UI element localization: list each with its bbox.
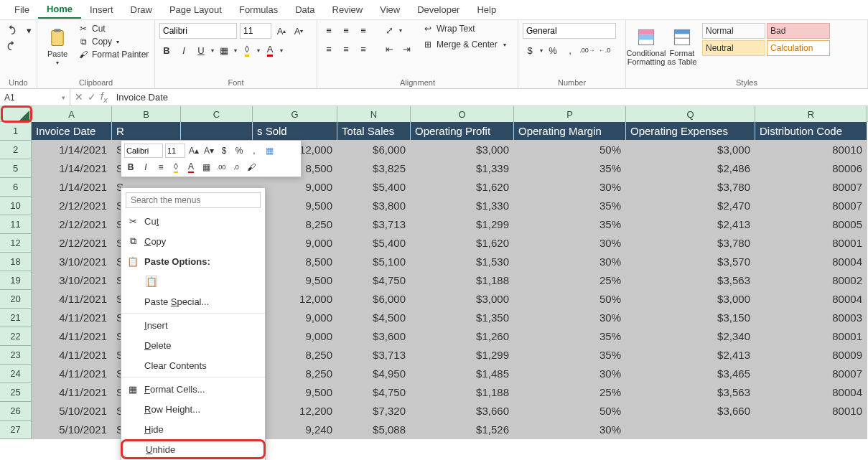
cell[interactable]: 30% xyxy=(514,253,626,271)
mini-increase-font-icon[interactable]: A▴ xyxy=(187,144,200,157)
header-cell[interactable] xyxy=(181,122,253,141)
cell[interactable]: $1,260 xyxy=(411,327,514,346)
row-header-24[interactable]: 24 xyxy=(0,365,32,383)
cell[interactable]: 80006 xyxy=(755,159,867,178)
header-cell[interactable]: Operating Profit xyxy=(411,122,514,141)
cell[interactable]: 2/12/2021 xyxy=(32,234,112,253)
cell[interactable]: $3,150 xyxy=(626,309,755,327)
cell[interactable]: 80007 xyxy=(755,178,867,197)
cell[interactable]: $3,825 xyxy=(337,159,411,178)
fx-icon[interactable]: fx xyxy=(101,90,108,104)
mini-border-icon[interactable]: ▦ xyxy=(200,161,213,174)
cell[interactable] xyxy=(755,421,867,439)
header-cell[interactable]: Operating Expenses xyxy=(626,122,755,141)
cell[interactable]: 3/10/2021 xyxy=(32,253,112,271)
col-header-G[interactable]: G xyxy=(253,106,337,122)
cell[interactable]: 80004 xyxy=(755,290,867,309)
row-header-19[interactable]: 19 xyxy=(0,271,32,290)
context-cut[interactable]: ✂Cut xyxy=(121,211,265,231)
cell[interactable]: $3,000 xyxy=(411,141,514,159)
style-calculation[interactable]: Calculation xyxy=(767,40,830,56)
select-all-corner[interactable] xyxy=(0,106,32,122)
comma-icon[interactable]: , xyxy=(563,43,577,57)
cell[interactable]: $4,750 xyxy=(337,383,411,402)
style-normal[interactable]: Normal xyxy=(702,23,765,39)
cell[interactable]: $3,000 xyxy=(411,290,514,309)
menu-insert[interactable]: Insert xyxy=(81,1,122,18)
mini-size-select[interactable] xyxy=(165,144,185,158)
wrap-text-button[interactable]: ↩Wrap Text xyxy=(422,23,506,34)
cell[interactable]: $1,530 xyxy=(411,253,514,271)
undo-dropdown[interactable]: ▾ xyxy=(22,23,36,37)
mini-fontcolor-icon[interactable]: A xyxy=(185,161,197,174)
decrease-font-icon[interactable]: A▾ xyxy=(291,24,306,38)
menu-home[interactable]: Home xyxy=(38,1,81,19)
cell[interactable]: $1,526 xyxy=(411,421,514,439)
row-header-21[interactable]: 21 xyxy=(0,309,32,327)
col-header-P[interactable]: P xyxy=(514,106,626,122)
cell[interactable]: 30% xyxy=(514,234,626,253)
cell[interactable]: $2,340 xyxy=(626,327,755,346)
row-header-10[interactable]: 10 xyxy=(0,197,32,215)
italic-button[interactable]: I xyxy=(177,43,191,57)
row-header-6[interactable]: 6 xyxy=(0,178,32,197)
mini-align-icon[interactable]: ≡ xyxy=(154,161,167,174)
align-center-icon[interactable]: ≡ xyxy=(339,42,353,56)
number-format-select[interactable] xyxy=(523,23,616,39)
cell[interactable]: $3,600 xyxy=(337,327,411,346)
cell[interactable]: 30% xyxy=(514,365,626,383)
mini-table-icon[interactable]: ▦ xyxy=(263,144,276,157)
header-cell[interactable]: s Sold xyxy=(253,122,337,141)
row-header-11[interactable]: 11 xyxy=(0,215,32,234)
format-painter-button[interactable]: 🖌Format Painter xyxy=(78,49,149,60)
col-header-N[interactable]: N xyxy=(337,106,411,122)
header-cell[interactable]: Total Sales xyxy=(337,122,411,141)
bold-button[interactable]: B xyxy=(159,43,174,57)
cell[interactable]: 30% xyxy=(514,309,626,327)
context-copy[interactable]: ⧉Copy xyxy=(121,231,265,251)
cell[interactable]: $3,660 xyxy=(411,402,514,421)
menu-draw[interactable]: Draw xyxy=(122,1,161,18)
menu-review[interactable]: Review xyxy=(324,1,372,18)
row-header-22[interactable]: 22 xyxy=(0,327,32,346)
cell[interactable]: 80002 xyxy=(755,271,867,290)
cell[interactable]: $1,299 xyxy=(411,215,514,234)
col-header-B[interactable]: B xyxy=(112,106,181,122)
cell[interactable]: 80010 xyxy=(755,402,867,421)
underline-button[interactable]: U xyxy=(194,43,208,57)
menu-file[interactable]: File xyxy=(6,1,38,18)
format-as-table-button[interactable]: Format as Table xyxy=(666,23,698,70)
orientation-icon[interactable]: ⤢ xyxy=(382,23,396,37)
cell[interactable]: $1,188 xyxy=(411,383,514,402)
increase-font-icon[interactable]: A▴ xyxy=(274,24,289,38)
cell[interactable]: 30% xyxy=(514,178,626,197)
cell[interactable]: $3,800 xyxy=(337,197,411,215)
formula-input[interactable]: Invoice Date xyxy=(112,92,868,103)
context-insert[interactable]: Insert xyxy=(121,315,265,335)
row-header-5[interactable]: 5 xyxy=(0,159,32,178)
align-bottom-icon[interactable]: ≡ xyxy=(356,23,370,37)
context-clear[interactable]: Clear Contents xyxy=(121,355,265,375)
cell[interactable]: $5,100 xyxy=(337,253,411,271)
increase-decimal-icon[interactable]: .00→ xyxy=(580,43,594,57)
cell[interactable]: 25% xyxy=(514,271,626,290)
cell[interactable]: 35% xyxy=(514,159,626,178)
context-row_height[interactable]: Row Height... xyxy=(121,399,265,419)
cell[interactable]: $5,400 xyxy=(337,178,411,197)
cell[interactable]: 2/12/2021 xyxy=(32,197,112,215)
row-header-20[interactable]: 20 xyxy=(0,290,32,309)
cell[interactable]: $1,485 xyxy=(411,365,514,383)
cell[interactable]: $2,470 xyxy=(626,197,755,215)
cell[interactable]: $3,660 xyxy=(626,402,755,421)
row-header-2[interactable]: 2 xyxy=(0,141,32,159)
col-header-O[interactable]: O xyxy=(411,106,514,122)
menu-view[interactable]: View xyxy=(371,1,409,18)
cell[interactable]: $4,950 xyxy=(337,365,411,383)
header-cell[interactable]: R xyxy=(112,122,181,141)
cell[interactable]: 3/10/2021 xyxy=(32,271,112,290)
col-header-Q[interactable]: Q xyxy=(626,106,755,122)
cut-button[interactable]: ✂Cut xyxy=(78,23,149,34)
font-size-select[interactable] xyxy=(240,23,271,39)
mini-dec-inc-icon[interactable]: .00 xyxy=(215,161,228,174)
indent-increase-icon[interactable]: ⇥ xyxy=(399,42,414,56)
